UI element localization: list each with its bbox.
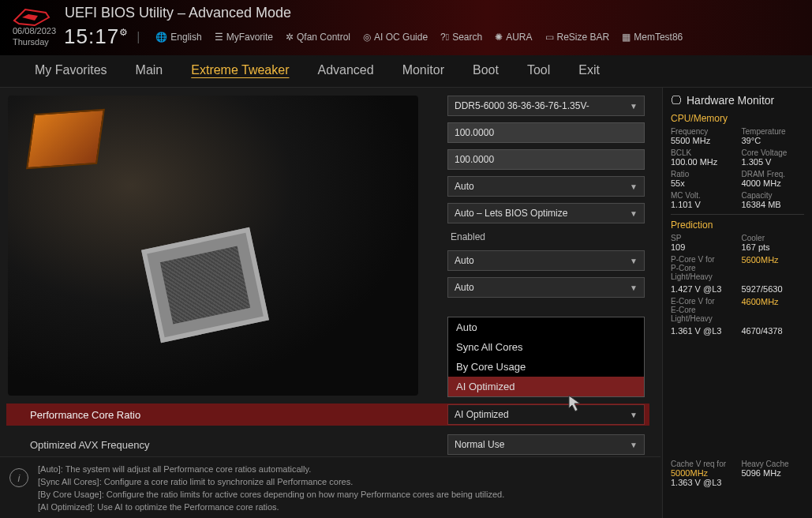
stat-cooler: 167 pts [742,242,805,252]
aioc-button[interactable]: ◎ AI OC Guide [363,32,428,43]
xmp-select[interactable]: DDR5-6000 36-36-36-76-1.35V-▼ [447,96,645,116]
main-tabs: My Favorites Main Extreme Tweaker Advanc… [0,55,812,88]
stat-ecore-freq: 4600MHz [742,297,805,306]
clock: 15:17⚙ [64,24,129,49]
sidebar-bottom: Cache V req for5000MHz1.363 V @L3 Heavy … [662,456,812,518]
auto-select-3[interactable]: Auto▼ [447,277,645,298]
chevron-down-icon: ▼ [630,182,638,191]
tab-tool[interactable]: Tool [524,62,553,79]
avx-frequency-row[interactable]: Optimized AVX Frequency Normal Use▼ [6,434,649,456]
chevron-down-icon: ▼ [630,283,638,292]
stat-sp: 109 [671,242,734,252]
bios-optimize-select[interactable]: Auto – Lets BIOS Optimize▼ [447,203,645,223]
stat-capacity: 16384 MB [742,200,805,209]
bios-title: UEFI BIOS Utility – Advanced Mode [65,5,291,21]
bios-header: UEFI BIOS Utility – Advanced Mode 06/08/… [0,0,812,55]
bclk-input-2[interactable]: 100.0000 [447,149,645,170]
stat-cachev: 1.363 V @L3 [671,478,734,487]
tab-boot[interactable]: Boot [470,62,502,79]
settings-column: DDR5-6000 36-36-36-76-1.35V-▼ 100.0000 1… [447,96,645,298]
ai-icon: ◎ [363,32,371,43]
search-icon: ?⃝ [440,32,449,43]
top-toolbar: 🌐 English ☰ MyFavorite ✲ Qfan Control ◎ … [155,32,683,43]
chevron-down-icon: ▼ [630,257,638,265]
gear-icon[interactable]: ⚙ [119,27,129,38]
stat-pcorev: 1.427 V @L3 [671,284,734,294]
chevron-down-icon: ▼ [630,102,638,111]
cpu-memory-section: CPU/Memory [671,113,804,124]
stat-temp: 39°C [742,136,805,145]
enabled-label: Enabled [447,230,645,244]
aura-icon: ✺ [495,32,503,43]
language-button[interactable]: 🌐 English [155,32,201,43]
help-bar: i [Auto]: The system will adjust all Per… [0,456,660,518]
perf-core-ratio-row[interactable]: Performance Core Ratio AI Optimized▼ [6,404,649,426]
memtest-button[interactable]: ▦ MemTest86 [622,32,683,43]
stat-cache-freq: 5000MHz [671,468,734,478]
stat-pcorelh: 5927/5630 [742,284,805,294]
stat-ecorev: 1.361 V @L3 [671,326,734,336]
dropdown-item-ai[interactable]: AI Optimized [448,377,644,396]
avx-frequency-label: Optimized AVX Frequency [30,439,150,451]
stat-ratio: 55x [671,178,734,188]
search-button[interactable]: ?⃝ Search [440,32,482,43]
chevron-down-icon: ▼ [630,441,638,449]
dropdown-item-bycore[interactable]: By Core Usage [448,357,644,377]
stat-frequency: 5500 MHz [671,136,734,145]
help-text: [Auto]: The system will adjust all Perfo… [38,464,504,512]
perf-core-ratio-select[interactable]: AI Optimized▼ [447,404,645,425]
stat-dram: 4000 MHz [742,178,805,188]
stat-vcore: 1.305 V [742,157,805,167]
tab-advanced[interactable]: Advanced [314,62,376,79]
globe-icon: 🌐 [155,32,167,43]
perf-core-ratio-label: Performance Core Ratio [30,409,140,421]
resizebar-button[interactable]: ▭ ReSize BAR [545,32,610,43]
tab-myfavorites[interactable]: My Favorites [32,62,110,79]
content-pane: DDR5-6000 36-36-36-76-1.35V-▼ 100.0000 1… [0,88,662,475]
rog-logo-icon [11,6,52,28]
info-icon: i [9,468,28,487]
auto-select-1[interactable]: Auto▼ [447,176,645,197]
tab-monitor[interactable]: Monitor [399,62,447,79]
monitor-icon: 🖵 [671,94,682,107]
stat-pcore-freq: 5600MHz [742,255,805,265]
stat-mcvolt: 1.101 V [671,200,734,209]
chevron-down-icon: ▼ [630,209,638,218]
myfavorite-button[interactable]: ☰ MyFavorite [215,32,273,43]
date-block: 06/08/2023 Thursday [13,26,56,47]
core-ratio-dropdown: Auto Sync All Cores By Core Usage AI Opt… [447,317,645,397]
prediction-section: Prediction [671,220,804,231]
bclk-input-1[interactable]: 100.0000 [447,122,645,143]
stat-heavycache: 5096 MHz [742,468,805,478]
tab-main[interactable]: Main [133,62,167,79]
chevron-down-icon: ▼ [630,411,638,419]
cursor-icon [567,394,583,413]
bar-icon: ▭ [545,32,554,43]
dropdown-item-auto[interactable]: Auto [448,317,644,337]
avx-frequency-select[interactable]: Normal Use▼ [447,434,645,455]
motherboard-image [8,96,418,396]
auto-select-2[interactable]: Auto▼ [447,250,645,271]
list-icon: ☰ [215,32,223,43]
hardware-monitor-panel: 🖵 Hardware Monitor CPU/Memory Frequency5… [662,88,812,475]
fan-icon: ✲ [286,32,294,43]
chip-icon: ▦ [622,32,631,43]
qfan-button[interactable]: ✲ Qfan Control [286,32,350,43]
tab-extreme-tweaker[interactable]: Extreme Tweaker [188,62,292,79]
tab-exit[interactable]: Exit [575,62,603,79]
hw-monitor-title: 🖵 Hardware Monitor [671,94,804,107]
dropdown-item-sync[interactable]: Sync All Cores [448,337,644,357]
stat-bclk: 100.00 MHz [671,157,734,167]
aura-button[interactable]: ✺ AURA [495,32,532,43]
stat-ecorelh: 4670/4378 [742,326,805,336]
